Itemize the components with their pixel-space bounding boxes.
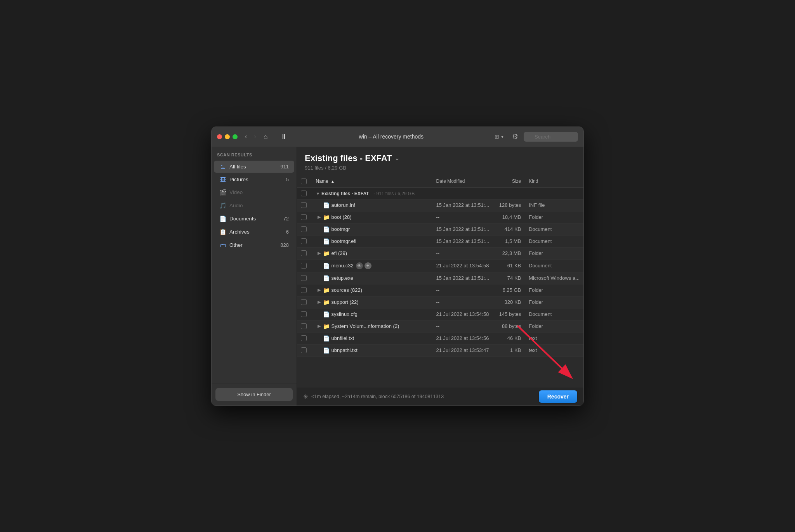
file-name: ubnpathl.txt bbox=[332, 347, 358, 353]
content-title-text: Existing files - EXFAT bbox=[305, 153, 392, 163]
expand-button[interactable]: ▶ bbox=[316, 251, 322, 256]
col-header-kind[interactable]: Kind bbox=[525, 175, 583, 188]
arrow-container: Name ▲ Date Modified Size Kind bbox=[297, 175, 583, 405]
file-name: System Volum...nformation (2) bbox=[332, 323, 399, 329]
sidebar-item-audio[interactable]: 🎵 Audio bbox=[214, 199, 294, 212]
row-checkbox[interactable] bbox=[301, 287, 307, 293]
traffic-lights bbox=[217, 134, 238, 139]
row-checkbox[interactable] bbox=[301, 347, 307, 353]
folder-icon: 📁 bbox=[323, 214, 329, 220]
file-kind: INF file bbox=[525, 199, 583, 211]
expand-icon[interactable]: ▼ bbox=[316, 191, 320, 196]
file-size: 145 bytes bbox=[495, 308, 525, 320]
row-checkbox[interactable] bbox=[301, 214, 307, 220]
row-checkbox[interactable] bbox=[301, 250, 307, 256]
expand-button[interactable]: ▶ bbox=[316, 300, 322, 305]
file-kind: Microsoft Windows a... bbox=[525, 272, 583, 284]
file-size: 74 KB bbox=[495, 272, 525, 284]
row-checkbox[interactable] bbox=[301, 299, 307, 305]
col-header-size[interactable]: Size bbox=[495, 175, 525, 188]
expand-button[interactable]: ▶ bbox=[316, 288, 322, 293]
expand-button[interactable]: ▶ bbox=[316, 215, 322, 220]
name-cell: 📄 ubnpathl.txt bbox=[316, 347, 429, 354]
file-kind: Folder bbox=[525, 211, 583, 223]
sidebar-item-all-files[interactable]: 🗂 All files 911 bbox=[214, 161, 294, 173]
row-checkbox[interactable] bbox=[301, 335, 307, 341]
documents-icon: 📄 bbox=[219, 215, 226, 222]
sidebar-count-pictures: 5 bbox=[286, 177, 289, 182]
view-toggle-button[interactable]: ⊞ ▼ bbox=[492, 132, 507, 141]
file-date: 21 Jul 2022 at 13:54:58 bbox=[432, 259, 495, 272]
row-checkbox[interactable] bbox=[301, 226, 307, 232]
row-checkbox[interactable] bbox=[301, 202, 307, 208]
file-table-wrap[interactable]: Name ▲ Date Modified Size Kind bbox=[297, 175, 583, 388]
table-row: 📄 autorun.inf 15 Jan 2022 at 13:51:... 1… bbox=[297, 199, 583, 211]
file-size: 22,3 MB bbox=[495, 247, 525, 259]
sidebar-item-video[interactable]: 🎬 Video bbox=[214, 186, 294, 199]
file-date: -- bbox=[432, 296, 495, 308]
row-checkbox[interactable] bbox=[301, 263, 307, 269]
file-name: support (22) bbox=[332, 299, 359, 305]
minimize-button[interactable] bbox=[225, 134, 230, 139]
preview-icon[interactable]: 👁 bbox=[356, 262, 363, 269]
table-row: 📄 menu.c32 👁 + 21 Jul 2022 at 13:54:58 6… bbox=[297, 259, 583, 272]
table-row: ▶ 📁 System Volum...nformation (2) -- 88 … bbox=[297, 320, 583, 332]
file-date: -- bbox=[432, 247, 495, 259]
row-checkbox[interactable] bbox=[301, 323, 307, 329]
close-button[interactable] bbox=[217, 134, 222, 139]
maximize-button[interactable] bbox=[233, 134, 238, 139]
row-checkbox[interactable] bbox=[301, 191, 307, 196]
show-in-finder-button[interactable]: Show in Finder bbox=[215, 388, 293, 401]
content-subtitle: 911 files / 6,29 GB bbox=[305, 165, 576, 171]
pictures-icon: 🖼 bbox=[219, 176, 226, 183]
dropdown-arrow-icon[interactable]: ⌄ bbox=[394, 154, 399, 162]
col-header-name[interactable]: Name ▲ bbox=[312, 175, 432, 188]
sidebar-item-other[interactable]: 🗃 Other 828 bbox=[214, 239, 294, 251]
file-size: 18,4 MB bbox=[495, 211, 525, 223]
name-cell: 📄 menu.c32 👁 + bbox=[316, 262, 429, 269]
forward-button[interactable]: › bbox=[252, 132, 258, 142]
search-input[interactable] bbox=[524, 132, 578, 142]
home-button[interactable]: ⌂ bbox=[261, 131, 270, 142]
expand-button[interactable]: ▶ bbox=[316, 324, 322, 329]
recover-button[interactable]: Recover bbox=[539, 390, 577, 403]
row-checkbox[interactable] bbox=[301, 238, 307, 244]
file-kind: Document bbox=[525, 235, 583, 247]
name-cell: ▶ 📁 efi (29) bbox=[316, 250, 429, 256]
sidebar-item-archives[interactable]: 📋 Archives 6 bbox=[214, 226, 294, 238]
pause-button[interactable]: ⏸ bbox=[277, 131, 290, 142]
sidebar-item-pictures[interactable]: 🖼 Pictures 5 bbox=[214, 173, 294, 185]
chevron-down-icon: ▼ bbox=[500, 135, 504, 139]
table-row-group: ▼ Existing files - EXFAT - 911 files / 6… bbox=[297, 187, 583, 199]
sidebar-header: Scan results bbox=[212, 147, 297, 160]
back-button[interactable]: ‹ bbox=[243, 132, 249, 142]
file-icon: 📄 bbox=[323, 226, 329, 232]
search-wrap: 🔍 bbox=[524, 132, 578, 142]
file-date: -- bbox=[432, 320, 495, 332]
file-name: bootmgr bbox=[332, 226, 350, 232]
table-row: 📄 syslinux.cfg 21 Jul 2022 at 13:54:58 1… bbox=[297, 308, 583, 320]
file-icon: 📄 bbox=[323, 238, 329, 244]
add-icon[interactable]: + bbox=[365, 262, 371, 269]
file-size: 128 bytes bbox=[495, 199, 525, 211]
file-date: 21 Jul 2022 at 13:54:56 bbox=[432, 332, 495, 344]
col-header-date[interactable]: Date Modified bbox=[432, 175, 495, 188]
status-text: <1m elapsed, ~2h14m remain, block 607518… bbox=[311, 394, 539, 399]
group-label: Existing files - EXFAT bbox=[321, 191, 369, 196]
window-title: win – All recovery methods bbox=[293, 133, 489, 140]
sidebar-label-documents: Documents bbox=[229, 216, 280, 222]
row-checkbox[interactable] bbox=[301, 275, 307, 281]
row-checkbox[interactable] bbox=[301, 311, 307, 317]
header-checkbox[interactable] bbox=[301, 178, 307, 184]
file-name: menu.c32 bbox=[332, 263, 354, 269]
file-size: 1 KB bbox=[495, 344, 525, 356]
file-size: 46 KB bbox=[495, 332, 525, 344]
name-cell: 📄 autorun.inf bbox=[316, 202, 429, 208]
sidebar-item-documents[interactable]: 📄 Documents 72 bbox=[214, 213, 294, 225]
filter-button[interactable]: ⚙ bbox=[510, 131, 521, 142]
file-kind: Folder bbox=[525, 320, 583, 332]
file-kind: Document bbox=[525, 259, 583, 272]
sort-arrow-icon: ▲ bbox=[331, 179, 335, 184]
titlebar: ‹ › ⌂ ⏸ win – All recovery methods ⊞ ▼ ⚙… bbox=[212, 127, 583, 147]
name-cell: 📄 bootmgr bbox=[316, 226, 429, 232]
